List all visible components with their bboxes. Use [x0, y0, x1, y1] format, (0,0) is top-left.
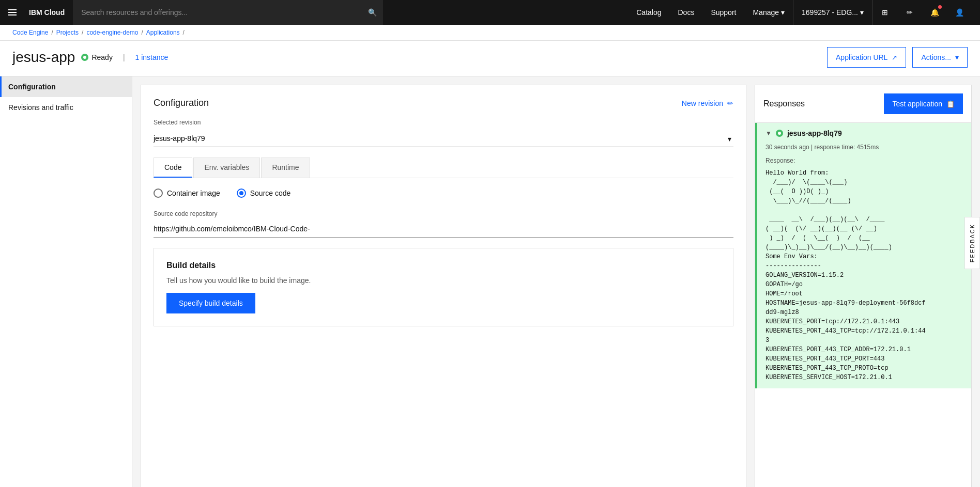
response-status-inner: [778, 132, 781, 135]
account-link[interactable]: 1699257 - EDG... ▾: [793, 0, 872, 25]
new-revision-label: New revision: [682, 99, 723, 107]
sidebar-item-revisions[interactable]: Revisions and traffic: [0, 97, 132, 118]
status-dot-icon: [81, 54, 88, 61]
ibm-cloud-logo: IBM Cloud: [29, 8, 65, 17]
search-input[interactable]: [73, 0, 383, 25]
response-content: Hello World from: /___)/ \(____\(___) (_…: [757, 166, 971, 388]
breadcrumb: Code Engine / Projects / code-engine-dem…: [0, 25, 980, 41]
new-revision-button[interactable]: New revision ✏: [682, 99, 733, 107]
feedback-button[interactable]: FEEDBACK: [964, 216, 980, 269]
radio-group: Container image Source code: [154, 188, 733, 198]
sidebar: Configuration Revisions and traffic: [0, 76, 132, 487]
radio-source-code[interactable]: Source code: [237, 188, 291, 198]
manage-link[interactable]: Manage ▾: [744, 0, 793, 25]
response-item: ▼ jesus-app-8lq79 30 seconds ago | respo…: [755, 123, 971, 388]
manage-chevron-icon: ▾: [781, 8, 785, 17]
test-application-button[interactable]: Test application 📋: [884, 93, 963, 114]
notification-dot: [938, 5, 942, 9]
sidebar-item-configuration[interactable]: Configuration: [0, 76, 132, 97]
revision-select[interactable]: jesus-app-8lq79: [154, 130, 733, 147]
app-url-label: Application URL: [836, 53, 887, 61]
actions-chevron-icon: ▾: [955, 53, 959, 61]
status-text: Ready: [91, 53, 112, 61]
breadcrumb-projects[interactable]: Projects: [56, 29, 79, 36]
tab-code[interactable]: Code: [154, 158, 192, 178]
radio-source-circle: [237, 188, 246, 198]
config-title: Configuration: [154, 98, 209, 108]
status-separator: |: [123, 53, 125, 61]
response-meta: 30 seconds ago | response time: 4515ms: [757, 144, 971, 155]
selected-revision-label: Selected revision: [154, 119, 733, 126]
chevron-down-icon: ▼: [765, 130, 772, 137]
edit-pencil-icon: ✏: [727, 99, 733, 107]
breadcrumb-applications[interactable]: Applications: [146, 29, 180, 36]
radio-container-circle: [154, 188, 163, 198]
tab-env-variables[interactable]: Env. variables: [193, 158, 260, 178]
breadcrumb-sep-3: /: [142, 29, 143, 36]
source-repo-label: Source code repository: [154, 210, 733, 217]
page-header-right: Application URL ↗ Actions... ▾: [827, 47, 968, 68]
responses-title: Responses: [763, 99, 805, 108]
feedback-button-wrap: FEEDBACK: [964, 216, 980, 270]
support-link[interactable]: Support: [702, 0, 744, 25]
edit-icon-btn[interactable]: ✏: [897, 0, 922, 25]
build-details-box: Build details Tell us how you would like…: [154, 248, 733, 326]
breadcrumb-demo[interactable]: code-engine-demo: [86, 29, 138, 36]
responses-header: Responses Test application 📋: [755, 85, 971, 123]
external-link-icon: ↗: [892, 54, 897, 61]
catalog-link[interactable]: Catalog: [628, 0, 669, 25]
search-wrap: 🔍: [73, 0, 383, 25]
page-header-left: jesus-app Ready | 1 instance: [12, 49, 168, 66]
grid-icon-btn[interactable]: ⊞: [872, 0, 897, 25]
radio-container-image[interactable]: Container image: [154, 188, 220, 198]
send-icon: 📋: [946, 100, 955, 108]
source-repo-field-wrap: Source code repository: [154, 210, 733, 238]
build-details-desc: Tell us how you would like to build the …: [166, 276, 721, 285]
tabs: Code Env. variables Runtime: [154, 158, 733, 178]
content-area: Configuration New revision ✏ Selected re…: [132, 76, 980, 487]
response-revision-name: jesus-app-8lq79: [787, 129, 842, 137]
nav-links: Catalog Docs Support Manage ▾ 1699257 - …: [628, 0, 972, 25]
user-icon-btn[interactable]: 👤: [947, 0, 972, 25]
radio-source-inner: [239, 191, 243, 195]
page-header: jesus-app Ready | 1 instance Application…: [0, 41, 980, 76]
instance-link[interactable]: 1 instance: [135, 53, 169, 61]
docs-link[interactable]: Docs: [670, 0, 703, 25]
breadcrumb-sep-4: /: [183, 29, 185, 36]
breadcrumb-sep-1: /: [51, 29, 53, 36]
notification-icon-btn[interactable]: 🔔: [922, 0, 947, 25]
app-url-button[interactable]: Application URL ↗: [827, 47, 906, 68]
test-app-label: Test application: [892, 100, 942, 108]
status-badge: Ready: [81, 53, 112, 61]
response-item-header[interactable]: ▼ jesus-app-8lq79: [757, 123, 971, 144]
top-navigation: IBM Cloud 🔍 Catalog Docs Support Manage …: [0, 0, 980, 25]
revision-select-wrap: jesus-app-8lq79 ▾: [154, 130, 733, 147]
breadcrumb-sep-2: /: [82, 29, 83, 36]
breadcrumb-code-engine[interactable]: Code Engine: [12, 29, 48, 36]
actions-label: Actions...: [921, 53, 951, 61]
radio-container-label: Container image: [167, 189, 220, 197]
menu-icon[interactable]: [8, 9, 17, 15]
search-icon: 🔍: [368, 8, 377, 17]
config-header: Configuration New revision ✏: [154, 98, 733, 108]
account-chevron-icon: ▾: [860, 8, 864, 17]
actions-button[interactable]: Actions... ▾: [912, 47, 968, 68]
specify-build-details-button[interactable]: Specify build details: [166, 293, 255, 313]
build-details-title: Build details: [166, 261, 721, 270]
radio-source-label: Source code: [250, 189, 291, 197]
status-dot-inner: [83, 56, 86, 59]
main-layout: Configuration Revisions and traffic Conf…: [0, 76, 980, 487]
page-title: jesus-app: [12, 49, 75, 66]
response-label: Response:: [757, 155, 971, 166]
configuration-panel: Configuration New revision ✏ Selected re…: [141, 85, 746, 487]
source-repo-input[interactable]: [154, 221, 733, 238]
tab-runtime[interactable]: Runtime: [261, 158, 310, 178]
responses-panel: Responses Test application 📋 ▼ jesus-app…: [755, 85, 972, 487]
response-status-dot-icon: [776, 130, 783, 137]
